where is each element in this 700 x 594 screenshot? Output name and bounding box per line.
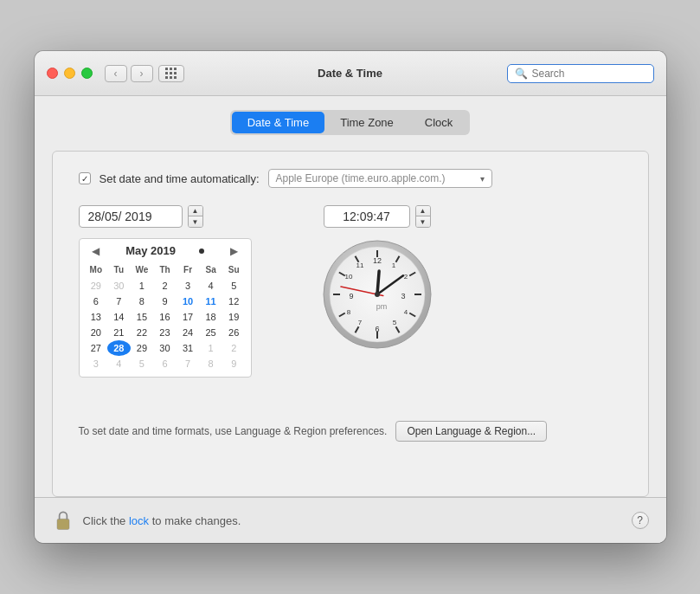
cal-day[interactable]: 8: [131, 294, 154, 309]
back-icon: ‹: [114, 68, 118, 80]
footer-message: To set date and time formats, use Langua…: [79, 425, 388, 437]
cal-day[interactable]: 6: [153, 356, 177, 371]
cal-day[interactable]: 17: [177, 309, 200, 325]
calendar-header-row: Mo Tu We Th Fr Sa Su: [85, 262, 246, 278]
calendar-header: ◀ May 2019 ▶: [80, 239, 251, 262]
cal-day[interactable]: 18: [199, 309, 222, 325]
cal-day[interactable]: 2: [153, 278, 177, 294]
cal-day[interactable]: 4: [199, 278, 222, 294]
time-input[interactable]: 12:09:47: [324, 205, 410, 228]
calendar-next-button[interactable]: ▶: [227, 245, 241, 257]
tab-time-zone[interactable]: Time Zone: [324, 112, 409, 133]
calendar-week-4: 20 21 22 23 24 25 26: [85, 325, 246, 340]
calendar-prev-button[interactable]: ◀: [88, 245, 103, 257]
cal-day[interactable]: 7: [107, 294, 131, 309]
date-input[interactable]: 28/05/ 2019: [79, 205, 183, 228]
auto-time-checkbox[interactable]: ✓: [79, 172, 91, 184]
cal-day[interactable]: 3: [85, 356, 108, 371]
cal-day[interactable]: 21: [107, 325, 131, 340]
open-language-region-button[interactable]: Open Language & Region...: [395, 421, 547, 442]
cal-day[interactable]: 16: [153, 309, 177, 325]
cal-day[interactable]: 11: [199, 294, 222, 309]
date-time-row: 28/05/ 2019 ▲ ▼ ◀ May 2019 ▶: [79, 205, 622, 378]
calendar: ◀ May 2019 ▶ Mo Tu We Th: [79, 238, 252, 378]
svg-text:pm: pm: [376, 302, 387, 311]
cal-day[interactable]: 24: [177, 325, 200, 340]
cal-day[interactable]: 29: [85, 278, 108, 294]
date-stepper: ▲ ▼: [188, 205, 203, 228]
svg-text:11: 11: [356, 261, 363, 269]
nav-buttons: ‹ ›: [105, 65, 153, 82]
svg-text:3: 3: [401, 292, 405, 300]
svg-text:7: 7: [357, 319, 362, 326]
cal-day[interactable]: 26: [222, 325, 246, 340]
cal-day[interactable]: 1: [131, 278, 154, 294]
cal-day[interactable]: 19: [222, 309, 246, 325]
forward-button[interactable]: ›: [131, 65, 153, 82]
cal-day[interactable]: 31: [177, 340, 200, 356]
tab-clock[interactable]: Clock: [409, 112, 469, 133]
maximize-button[interactable]: [81, 68, 93, 79]
tabs-container: Date & Time Time Zone Clock: [52, 110, 649, 135]
time-stepper-up[interactable]: ▲: [416, 206, 430, 216]
cal-day[interactable]: 22: [131, 325, 154, 340]
search-icon: 🔍: [515, 68, 528, 80]
cal-day[interactable]: 7: [177, 356, 200, 371]
date-stepper-down[interactable]: ▼: [189, 216, 202, 227]
svg-text:2: 2: [403, 273, 408, 281]
cal-day[interactable]: 30: [153, 340, 177, 356]
lock-link[interactable]: lock: [129, 514, 149, 527]
minimize-button[interactable]: [64, 68, 75, 79]
time-server-dropdown[interactable]: Apple Europe (time.euro.apple.com.) ▾: [268, 169, 492, 188]
time-stepper-down[interactable]: ▼: [416, 216, 430, 227]
cal-day[interactable]: 4: [107, 356, 131, 371]
cal-day[interactable]: 14: [107, 309, 131, 325]
search-box[interactable]: 🔍: [507, 64, 654, 83]
lock-text-after: to make changes.: [152, 514, 241, 527]
cal-day[interactable]: 5: [222, 278, 246, 294]
date-input-row: 28/05/ 2019 ▲ ▼: [79, 205, 252, 228]
cal-day[interactable]: 30: [107, 278, 131, 294]
search-input[interactable]: [532, 68, 646, 80]
cal-day[interactable]: 20: [85, 325, 108, 340]
cal-day[interactable]: 10: [177, 294, 200, 309]
clock-face: 12 3 6 9 1 2 4 5 7 8 10 11: [321, 238, 433, 351]
cal-day[interactable]: 13: [85, 309, 108, 325]
date-stepper-up[interactable]: ▲: [189, 206, 202, 216]
cal-day[interactable]: 9: [222, 356, 246, 371]
clock-svg: 12 3 6 9 1 2 4 5 7 8 10 11: [321, 238, 433, 351]
cal-header-mo: Mo: [85, 262, 108, 278]
tab-date-time[interactable]: Date & Time: [232, 112, 325, 133]
date-section: 28/05/ 2019 ▲ ▼ ◀ May 2019 ▶: [79, 205, 252, 378]
cal-day[interactable]: 12: [222, 294, 246, 309]
cal-day[interactable]: 9: [153, 294, 177, 309]
svg-text:8: 8: [346, 308, 350, 316]
calendar-grid: Mo Tu We Th Fr Sa Su 29 30: [80, 262, 251, 377]
bottom-bar: Click the lock to make changes. ?: [35, 497, 666, 543]
cal-day[interactable]: 23: [153, 325, 177, 340]
back-button[interactable]: ‹: [105, 65, 127, 82]
svg-text:9: 9: [349, 292, 353, 300]
cal-day[interactable]: 5: [131, 356, 154, 371]
cal-day[interactable]: 8: [199, 356, 222, 371]
content-area: Date & Time Time Zone Clock ✓ Set date a…: [35, 96, 666, 497]
calendar-today-dot: [199, 249, 204, 254]
close-button[interactable]: [47, 68, 58, 79]
cal-header-we: We: [131, 262, 154, 278]
cal-day[interactable]: 15: [131, 309, 154, 325]
cal-day[interactable]: 3: [177, 278, 200, 294]
cal-day-selected[interactable]: 28: [107, 340, 131, 356]
calendar-week-1: 29 30 1 2 3 4 5: [85, 278, 246, 294]
cal-day[interactable]: 29: [131, 340, 154, 356]
lock-text: Click the lock to make changes.: [83, 514, 241, 527]
time-server-value: Apple Europe (time.euro.apple.com.): [276, 172, 446, 184]
cal-day[interactable]: 1: [199, 340, 222, 356]
svg-text:12: 12: [372, 256, 381, 265]
cal-day[interactable]: 2: [222, 340, 246, 356]
cal-day[interactable]: 27: [85, 340, 108, 356]
svg-text:5: 5: [392, 319, 396, 326]
help-button[interactable]: ?: [632, 512, 649, 529]
cal-day[interactable]: 6: [85, 294, 108, 309]
grid-view-button[interactable]: [158, 65, 184, 82]
cal-day[interactable]: 25: [199, 325, 222, 340]
